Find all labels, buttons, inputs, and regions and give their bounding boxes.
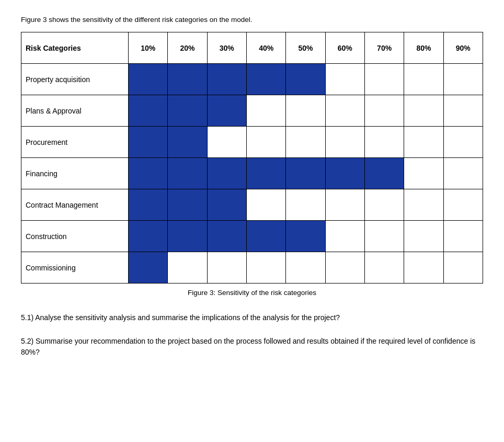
cell-2-8 <box>443 127 483 158</box>
question-1: 5.1) Analyse the sensitivity analysis an… <box>21 312 483 323</box>
col-header-70%: 70% <box>364 32 404 64</box>
cell-5-4 <box>286 221 325 252</box>
sensitivity-table: Risk Categories10%20%30%40%50%60%70%80%9… <box>21 32 483 284</box>
cell-4-4 <box>286 189 325 221</box>
cell-4-3 <box>246 189 285 221</box>
table-row: Construction <box>21 221 483 252</box>
cell-2-2 <box>207 127 246 158</box>
cell-0-1 <box>168 64 207 95</box>
row-label-2: Procurement <box>21 127 129 158</box>
cell-6-3 <box>246 252 285 284</box>
cell-0-0 <box>129 64 168 95</box>
col-header-10%: 10% <box>129 32 168 64</box>
cell-3-3 <box>246 158 285 189</box>
col-header-40%: 40% <box>246 32 285 64</box>
cell-0-2 <box>207 64 246 95</box>
table-row: Plans & Approval <box>21 95 483 127</box>
col-header-label: Risk Categories <box>21 32 129 64</box>
col-header-60%: 60% <box>325 32 364 64</box>
table-row: Procurement <box>21 127 483 158</box>
cell-1-7 <box>404 95 443 127</box>
cell-4-1 <box>168 189 207 221</box>
row-label-6: Commissioning <box>21 252 129 284</box>
cell-6-8 <box>443 252 483 284</box>
cell-5-1 <box>168 221 207 252</box>
row-label-0: Property acquisition <box>21 64 129 95</box>
table-row: Property acquisition <box>21 64 483 95</box>
row-label-5: Construction <box>21 221 129 252</box>
cell-2-5 <box>325 127 364 158</box>
cell-6-7 <box>404 252 443 284</box>
cell-5-8 <box>443 221 483 252</box>
cell-3-8 <box>443 158 483 189</box>
cell-0-5 <box>325 64 364 95</box>
cell-1-0 <box>129 95 168 127</box>
question-2: 5.2) Summarise your recommendation to th… <box>21 336 483 358</box>
cell-1-6 <box>364 95 404 127</box>
cell-3-4 <box>286 158 325 189</box>
cell-2-7 <box>404 127 443 158</box>
figure-caption: Figure 3: Sensitivity of the risk catego… <box>21 289 483 297</box>
col-header-20%: 20% <box>168 32 207 64</box>
cell-5-5 <box>325 221 364 252</box>
cell-3-5 <box>325 158 364 189</box>
intro-text: Figure 3 shows the sensitivity of the di… <box>21 16 483 24</box>
cell-6-2 <box>207 252 246 284</box>
col-header-80%: 80% <box>404 32 443 64</box>
table-row: Contract Management <box>21 189 483 221</box>
cell-4-8 <box>443 189 483 221</box>
row-label-3: Financing <box>21 158 129 189</box>
cell-3-0 <box>129 158 168 189</box>
cell-0-4 <box>286 64 325 95</box>
cell-0-3 <box>246 64 285 95</box>
table-header-row: Risk Categories10%20%30%40%50%60%70%80%9… <box>21 32 483 64</box>
cell-2-0 <box>129 127 168 158</box>
cell-4-7 <box>404 189 443 221</box>
cell-6-4 <box>286 252 325 284</box>
cell-2-3 <box>246 127 285 158</box>
cell-2-4 <box>286 127 325 158</box>
cell-0-6 <box>364 64 404 95</box>
cell-1-2 <box>207 95 246 127</box>
cell-6-6 <box>364 252 404 284</box>
cell-6-5 <box>325 252 364 284</box>
col-header-90%: 90% <box>443 32 483 64</box>
table-row: Financing <box>21 158 483 189</box>
cell-5-2 <box>207 221 246 252</box>
col-header-30%: 30% <box>207 32 246 64</box>
cell-0-7 <box>404 64 443 95</box>
cell-5-7 <box>404 221 443 252</box>
cell-3-2 <box>207 158 246 189</box>
cell-6-1 <box>168 252 207 284</box>
cell-1-3 <box>246 95 285 127</box>
cell-6-0 <box>129 252 168 284</box>
row-label-1: Plans & Approval <box>21 95 129 127</box>
cell-3-1 <box>168 158 207 189</box>
cell-0-8 <box>443 64 483 95</box>
cell-2-6 <box>364 127 404 158</box>
cell-5-3 <box>246 221 285 252</box>
cell-2-1 <box>168 127 207 158</box>
cell-1-5 <box>325 95 364 127</box>
cell-4-5 <box>325 189 364 221</box>
cell-3-6 <box>364 158 404 189</box>
cell-5-0 <box>129 221 168 252</box>
cell-4-2 <box>207 189 246 221</box>
cell-4-6 <box>364 189 404 221</box>
cell-1-4 <box>286 95 325 127</box>
cell-3-7 <box>404 158 443 189</box>
col-header-50%: 50% <box>286 32 325 64</box>
row-label-4: Contract Management <box>21 189 129 221</box>
cell-1-8 <box>443 95 483 127</box>
table-row: Commissioning <box>21 252 483 284</box>
cell-1-1 <box>168 95 207 127</box>
cell-4-0 <box>129 189 168 221</box>
cell-5-6 <box>364 221 404 252</box>
